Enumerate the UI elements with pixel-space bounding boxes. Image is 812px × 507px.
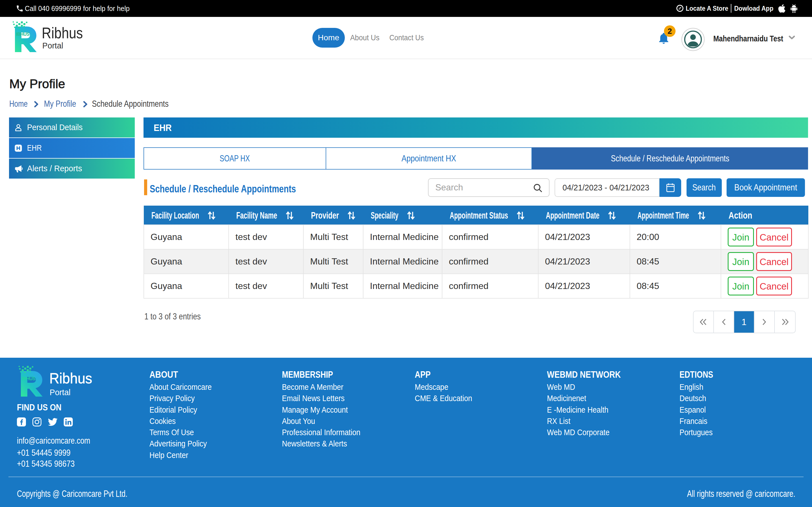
svg-text:IBHUS: IBHUS xyxy=(16,32,30,37)
svg-text:IBHUS: IBHUS xyxy=(22,376,36,381)
